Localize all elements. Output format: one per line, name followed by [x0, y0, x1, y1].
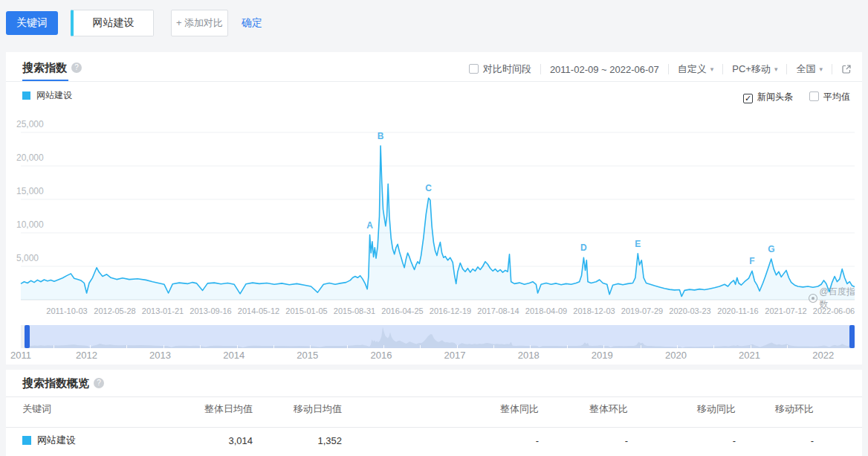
slider-tick [163, 345, 164, 348]
x-axis-tick-label: 2013-09-16 [190, 306, 231, 315]
x-axis-tick-label: 2020-11-16 [717, 306, 758, 315]
news-headlines-checkbox[interactable]: ✓ [743, 94, 753, 103]
caret-down-icon: ▾ [819, 65, 823, 73]
device-dropdown[interactable]: PC+移动▾ [732, 62, 777, 76]
trend-chart[interactable]: 5,00010,00015,00020,00025,000ABCDEFG [6, 118, 862, 305]
slider-tick [420, 345, 421, 348]
slider-year-label: 2019 [592, 350, 613, 361]
custom-range-dropdown[interactable]: 自定义▾ [678, 62, 714, 76]
slider-right-handle[interactable] [849, 325, 855, 348]
slider-tick [787, 345, 788, 348]
svg-text:10,000: 10,000 [16, 219, 44, 230]
x-axis-tick-label: 2018-12-03 [573, 306, 615, 315]
divider [722, 64, 723, 74]
x-axis-tick-label: 2017-08-14 [477, 306, 519, 315]
date-range[interactable]: 2011-02-09 ~ 2022-06-07 [550, 64, 659, 75]
x-axis-tick-label: 2019-07-29 [621, 306, 663, 315]
news-headlines-toggle[interactable]: ✓新闻头条 [743, 91, 793, 103]
col-mobile-daily-avg: 移动日均值 [253, 402, 342, 416]
overview-table-header: 关键词 整体日均值 移动日均值 整体同比 整体环比 移动同比 移动环比 [22, 402, 830, 416]
slider-tick [310, 345, 311, 348]
help-icon[interactable]: ? [71, 62, 82, 73]
average-checkbox[interactable] [809, 91, 819, 101]
region-dropdown[interactable]: 全国▾ [796, 62, 823, 76]
top-search-bar: 关键词 + 添加对比 确定 [0, 0, 868, 52]
search-index-overview-panel: 搜索指数概览? 关键词 整体日均值 移动日均值 整体同比 整体环比 移动同比 移… [6, 370, 862, 456]
slider-year-label: 2017 [444, 350, 466, 361]
chart-controls: 对比时间段 2011-02-09 ~ 2022-06-07 自定义▾ PC+移动… [469, 62, 852, 76]
row-overall-mom: - [539, 435, 628, 446]
slider-year-label: 2022 [812, 350, 834, 361]
col-overall-daily-avg: 整体日均值 [163, 402, 253, 416]
time-range-slider[interactable] [21, 325, 855, 348]
slider-tick [383, 345, 384, 348]
svg-text:15,000: 15,000 [16, 186, 44, 196]
help-icon[interactable]: ? [94, 378, 104, 388]
keyword-button[interactable]: 关键词 [6, 11, 58, 35]
slider-left-handle[interactable] [25, 325, 30, 348]
svg-text:5,000: 5,000 [16, 253, 39, 263]
table-row: 网站建设 3,014 1,352 - - - - [22, 434, 830, 447]
divider [786, 64, 787, 74]
add-compare-button[interactable]: + 添加对比 [171, 10, 228, 36]
peak-annotation: G [768, 244, 774, 254]
slider-tick [493, 345, 494, 348]
slider-year-labels: 2011201220132014201520162017201820192020… [21, 350, 855, 362]
slider-year-label: 2016 [370, 350, 392, 361]
divider [6, 396, 862, 397]
x-axis-tick-label: 2015-08-31 [334, 306, 375, 315]
row-overall-daily-avg: 3,014 [163, 435, 253, 446]
confirm-link[interactable]: 确定 [242, 16, 262, 30]
average-toggle[interactable]: 平均值 [809, 91, 850, 103]
slider-year-label: 2012 [76, 350, 97, 361]
x-axis-tick-label: 2021-07-12 [765, 306, 806, 315]
slider-tick [237, 345, 238, 348]
x-axis-tick-label: 2016-04-25 [381, 306, 423, 315]
row-mobile-mom: - [736, 435, 814, 446]
divider [832, 64, 832, 74]
slider-year-label: 2020 [665, 350, 687, 361]
overview-title: 搜索指数概览? [22, 376, 104, 391]
col-overall-mom: 整体环比 [539, 402, 628, 416]
slider-tick [273, 345, 274, 348]
slider-tick [603, 345, 604, 348]
slider-tick [90, 345, 91, 348]
slider-tick [200, 345, 201, 348]
x-axis-tick-label: 2015-01-05 [285, 306, 327, 315]
divider [6, 427, 862, 428]
svg-text:20,000: 20,000 [16, 152, 44, 163]
x-axis-tick-label: 2011-10-03 [46, 306, 87, 315]
svg-text:25,000: 25,000 [16, 119, 44, 129]
slider-year-label: 2011 [10, 350, 31, 361]
x-axis-labels: 2011-10-032012-05-282013-01-212013-09-16… [21, 306, 855, 318]
slider-year-label: 2013 [149, 350, 171, 361]
x-axis-tick-label: 2014-05-12 [238, 306, 279, 315]
keyword-input[interactable] [71, 10, 154, 36]
compare-period-checkbox[interactable] [469, 64, 479, 74]
slider-tick [713, 345, 714, 348]
series-legend-label: 网站建设 [36, 89, 72, 102]
slider-selected-range[interactable] [25, 325, 855, 348]
peak-annotation: C [425, 183, 432, 193]
tab-search-index[interactable]: 搜索指数? [22, 61, 82, 75]
row-keyword: 网站建设 [22, 434, 163, 447]
row-overall-yoy: - [342, 435, 539, 446]
col-keyword: 关键词 [22, 402, 163, 416]
col-overall-yoy: 整体同比 [342, 402, 539, 416]
slider-tick [641, 345, 641, 348]
baidu-index-logo-icon [809, 294, 817, 303]
x-axis-tick-label: 2018-04-09 [525, 306, 567, 315]
x-axis-tick-label: 2013-01-21 [142, 306, 184, 315]
slider-year-label: 2014 [223, 350, 244, 361]
caret-down-icon: ▾ [774, 65, 778, 73]
slider-year-label: 2018 [518, 350, 540, 361]
peak-annotation: B [378, 131, 384, 141]
slider-tick [567, 345, 568, 348]
slider-tick [530, 345, 531, 348]
search-index-panel: 搜索指数? 对比时间段 2011-02-09 ~ 2022-06-07 自定义▾… [6, 52, 862, 365]
peak-annotation: E [635, 239, 641, 249]
x-axis-tick-label: 2012-05-28 [94, 306, 135, 315]
peak-annotation: F [749, 256, 754, 266]
compare-period-toggle[interactable]: 对比时间段 [469, 62, 531, 76]
external-link-icon[interactable] [841, 64, 852, 74]
